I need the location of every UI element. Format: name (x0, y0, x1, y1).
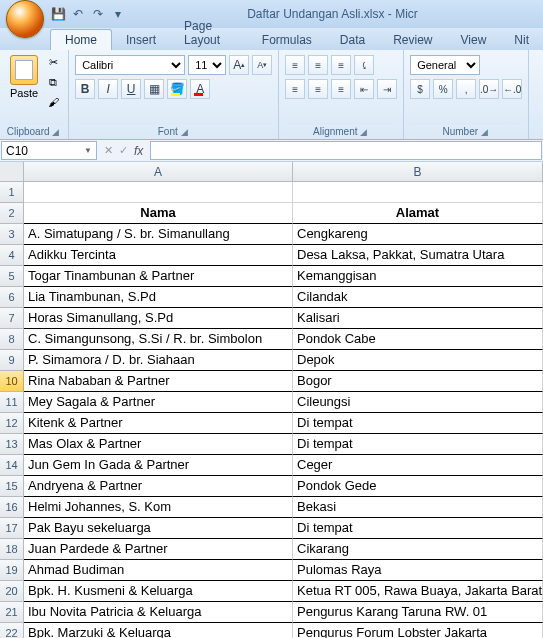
name-box-dropdown-icon[interactable]: ▼ (84, 146, 92, 155)
row-header[interactable]: 4 (0, 245, 24, 266)
copy-button[interactable]: ⧉ (44, 73, 62, 91)
header-nama[interactable]: Nama (24, 203, 293, 224)
row-header[interactable]: 15 (0, 476, 24, 497)
cell-alamat[interactable]: Cengkareng (293, 224, 543, 245)
enter-icon[interactable]: ✓ (119, 144, 128, 157)
cell-nama[interactable]: Mas Olax & Partner (24, 434, 293, 455)
cell-nama[interactable]: Mey Sagala & Partner (24, 392, 293, 413)
percent-button[interactable]: % (433, 79, 453, 99)
select-all-corner[interactable] (0, 162, 24, 182)
paste-button[interactable]: Paste (6, 53, 42, 111)
cell-alamat[interactable]: Pengurus Karang Taruna RW. 01 (293, 602, 543, 623)
cancel-icon[interactable]: ✕ (104, 144, 113, 157)
grow-font-button[interactable]: A▴ (229, 55, 249, 75)
increase-decimal-button[interactable]: .0→ (479, 79, 499, 99)
row-header[interactable]: 19 (0, 560, 24, 581)
column-header-a[interactable]: A (24, 162, 293, 182)
alignment-launcher-icon[interactable]: ◢ (360, 127, 369, 137)
tab-insert[interactable]: Insert (112, 30, 170, 50)
row-header[interactable]: 12 (0, 413, 24, 434)
tab-formulas[interactable]: Formulas (248, 30, 326, 50)
row-header[interactable]: 2 (0, 203, 24, 224)
comma-button[interactable]: , (456, 79, 476, 99)
tab-view[interactable]: View (447, 30, 501, 50)
save-icon[interactable]: 💾 (50, 6, 66, 22)
align-left-button[interactable]: ≡ (285, 79, 305, 99)
fill-color-button[interactable]: 🪣 (167, 79, 187, 99)
border-button[interactable]: ▦ (144, 79, 164, 99)
cell-alamat[interactable]: Kemanggisan (293, 266, 543, 287)
clipboard-launcher-icon[interactable]: ◢ (52, 127, 61, 137)
row-header[interactable]: 8 (0, 329, 24, 350)
cell-alamat[interactable]: Cikarang (293, 539, 543, 560)
row-header[interactable]: 1 (0, 182, 24, 203)
row-header[interactable]: 16 (0, 497, 24, 518)
fx-icon[interactable]: fx (134, 144, 143, 158)
cell-nama[interactable]: Ahmad Budiman (24, 560, 293, 581)
font-color-button[interactable]: A (190, 79, 210, 99)
redo-icon[interactable]: ↷ (90, 6, 106, 22)
cell-alamat[interactable]: Bekasi (293, 497, 543, 518)
cell-alamat[interactable]: Depok (293, 350, 543, 371)
row-header[interactable]: 10 (0, 371, 24, 392)
decrease-indent-button[interactable]: ⇤ (354, 79, 374, 99)
increase-indent-button[interactable]: ⇥ (377, 79, 397, 99)
cell-alamat[interactable]: Di tempat (293, 518, 543, 539)
align-center-button[interactable]: ≡ (308, 79, 328, 99)
cell-nama[interactable]: Togar Tinambunan & Partner (24, 266, 293, 287)
decrease-decimal-button[interactable]: ←.0 (502, 79, 522, 99)
cell-alamat[interactable]: Kalisari (293, 308, 543, 329)
cell-alamat[interactable]: Pondok Gede (293, 476, 543, 497)
row-header[interactable]: 3 (0, 224, 24, 245)
row-header[interactable]: 21 (0, 602, 24, 623)
row-header[interactable]: 9 (0, 350, 24, 371)
column-header-b[interactable]: B (293, 162, 543, 182)
cell-nama[interactable]: Andryena & Partner (24, 476, 293, 497)
cell-alamat[interactable]: Pulomas Raya (293, 560, 543, 581)
cell-alamat[interactable]: Bogor (293, 371, 543, 392)
cell-nama[interactable]: Lia Tinambunan, S.Pd (24, 287, 293, 308)
font-name-select[interactable]: Calibri (75, 55, 185, 75)
number-format-select[interactable]: General (410, 55, 480, 75)
row-header[interactable]: 17 (0, 518, 24, 539)
bold-button[interactable]: B (75, 79, 95, 99)
row-header[interactable]: 20 (0, 581, 24, 602)
tab-home[interactable]: Home (50, 29, 112, 50)
tab-page-layout[interactable]: Page Layout (170, 16, 248, 50)
orientation-button[interactable]: ⤹ (354, 55, 374, 75)
row-header[interactable]: 18 (0, 539, 24, 560)
cell-alamat[interactable]: Pengurus Forum Lobster Jakarta (293, 623, 543, 638)
number-launcher-icon[interactable]: ◢ (481, 127, 490, 137)
cut-button[interactable]: ✂ (44, 53, 62, 71)
row-header[interactable]: 13 (0, 434, 24, 455)
row-header[interactable]: 7 (0, 308, 24, 329)
cell-nama[interactable]: Ibu Novita Patricia & Keluarga (24, 602, 293, 623)
cell-nama[interactable]: Jun Gem In Gada & Partner (24, 455, 293, 476)
cell-alamat[interactable]: Di tempat (293, 413, 543, 434)
tab-data[interactable]: Data (326, 30, 379, 50)
cell-nama[interactable]: Bpk. H. Kusmeni & Keluarga (24, 581, 293, 602)
row-header[interactable]: 22 (0, 623, 24, 638)
row-header[interactable]: 11 (0, 392, 24, 413)
cell-alamat[interactable]: Cileungsi (293, 392, 543, 413)
cell-alamat[interactable]: Pondok Cabe (293, 329, 543, 350)
tab-review[interactable]: Review (379, 30, 446, 50)
cell-nama[interactable]: C. Simangunsong, S.Si / R. br. Simbolon (24, 329, 293, 350)
cell-alamat[interactable]: Cilandak (293, 287, 543, 308)
align-top-button[interactable]: ≡ (285, 55, 305, 75)
cell-nama[interactable]: A. Simatupang / S. br. Simanullang (24, 224, 293, 245)
align-bottom-button[interactable]: ≡ (331, 55, 351, 75)
align-right-button[interactable]: ≡ (331, 79, 351, 99)
header-alamat[interactable]: Alamat (293, 203, 543, 224)
italic-button[interactable]: I (98, 79, 118, 99)
format-painter-button[interactable]: 🖌 (44, 93, 62, 111)
font-launcher-icon[interactable]: ◢ (181, 127, 190, 137)
cell[interactable] (24, 182, 293, 203)
cell-nama[interactable]: Rina Nababan & Partner (24, 371, 293, 392)
cell-alamat[interactable]: Desa Laksa, Pakkat, Sumatra Utara (293, 245, 543, 266)
qat-more-icon[interactable]: ▾ (110, 6, 126, 22)
formula-input[interactable] (150, 141, 542, 160)
name-box[interactable]: C10 ▼ (1, 141, 97, 160)
cell-nama[interactable]: Kitenk & Partner (24, 413, 293, 434)
row-header[interactable]: 14 (0, 455, 24, 476)
